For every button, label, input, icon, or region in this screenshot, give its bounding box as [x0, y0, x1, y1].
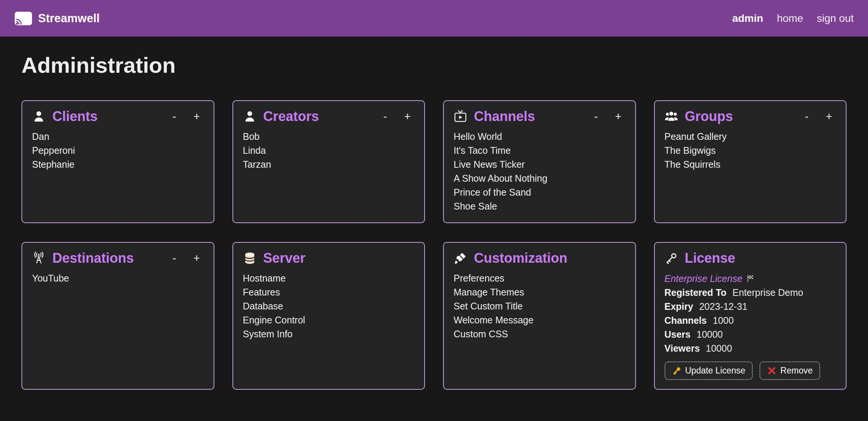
list-item[interactable]: Set Custom Title: [454, 299, 625, 313]
card-title: License: [685, 250, 735, 266]
card-clients: Clients - + DanPepperoniStephanie: [21, 100, 214, 223]
list-item[interactable]: A Show About Nothing: [454, 171, 625, 185]
add-groups-button[interactable]: +: [822, 110, 836, 123]
creators-controls: - +: [379, 110, 414, 123]
card-title: Customization: [474, 250, 567, 266]
list-item[interactable]: Linda: [243, 144, 415, 158]
remove-clients-button[interactable]: -: [169, 110, 180, 123]
list-item[interactable]: Bob: [243, 130, 415, 144]
remove-destinations-button[interactable]: -: [169, 252, 180, 265]
top-bar: Streamwell admin home sign out: [0, 0, 868, 37]
groups-list: Peanut GalleryThe BigwigsThe Squirrels: [665, 130, 836, 171]
list-item[interactable]: Live News Ticker: [454, 158, 625, 171]
card-customization: Customization PreferencesManage ThemesSe…: [443, 242, 636, 390]
clients-list: DanPepperoniStephanie: [32, 130, 204, 171]
list-item[interactable]: Custom CSS: [454, 327, 625, 341]
list-item[interactable]: System Info: [243, 327, 415, 341]
gold-key-icon: [672, 366, 682, 375]
page-title: Administration: [21, 52, 847, 78]
admin-page: Administration Clients - + DanPepperoniS…: [0, 52, 868, 390]
destinations-controls: - +: [169, 252, 204, 265]
card-title: Groups: [685, 109, 733, 124]
add-destinations-button[interactable]: +: [190, 252, 204, 265]
list-item[interactable]: The Squirrels: [665, 158, 836, 171]
list-item[interactable]: It's Taco Time: [454, 144, 625, 158]
top-nav: admin home sign out: [732, 12, 854, 24]
list-item[interactable]: Hostname: [243, 271, 415, 285]
cast-screen-icon: [14, 11, 32, 26]
destinations-list: YouTube: [32, 271, 204, 285]
card-destinations: Destinations - + YouTube: [21, 242, 214, 390]
add-clients-button[interactable]: +: [190, 110, 204, 123]
list-item[interactable]: Dan: [32, 130, 204, 144]
list-item[interactable]: YouTube: [32, 271, 204, 285]
list-item[interactable]: Tarzan: [243, 158, 415, 171]
update-license-button[interactable]: Update License: [665, 361, 753, 380]
remove-groups-button[interactable]: -: [801, 110, 812, 123]
card-license: License Enterprise License Regis: [654, 242, 847, 390]
paintbrush-icon: [454, 251, 467, 265]
card-grid: Clients - + DanPepperoniStephanie Creato…: [21, 100, 847, 390]
key-icon: [665, 251, 678, 265]
list-item[interactable]: The Bigwigs: [665, 144, 836, 158]
broadcast-tower-icon: [32, 251, 46, 265]
card-server: Server HostnameFeaturesDatabaseEngine Co…: [232, 242, 425, 390]
server-list: HostnameFeaturesDatabaseEngine ControlSy…: [243, 271, 415, 341]
license-expiry: Expiry2023-12-31: [665, 300, 836, 314]
channels-list: Hello WorldIt's Taco TimeLive News Ticke…: [454, 130, 625, 213]
person-icon: [32, 110, 46, 123]
list-item[interactable]: Pepperoni: [32, 144, 204, 158]
list-item[interactable]: Peanut Gallery: [665, 130, 836, 144]
license-type: Enterprise License: [665, 271, 836, 286]
license-channels: Channels1000: [665, 314, 836, 328]
brand-link[interactable]: Streamwell: [14, 11, 100, 26]
card-title: Channels: [474, 109, 535, 124]
tv-icon: [454, 110, 467, 123]
list-item[interactable]: Shoe Sale: [454, 199, 625, 213]
license-registered-to: Registered ToEnterprise Demo: [665, 286, 836, 300]
list-item[interactable]: Engine Control: [243, 313, 415, 327]
list-item[interactable]: Manage Themes: [454, 285, 625, 299]
license-viewers: Viewers10000: [665, 341, 836, 355]
creators-list: BobLindaTarzan: [243, 130, 415, 171]
customization-list: PreferencesManage ThemesSet Custom Title…: [454, 271, 625, 341]
remove-license-button[interactable]: Remove: [760, 361, 820, 380]
card-title: Destinations: [52, 250, 134, 266]
list-item[interactable]: Database: [243, 299, 415, 313]
list-item[interactable]: Features: [243, 285, 415, 299]
list-item[interactable]: Welcome Message: [454, 313, 625, 327]
license-buttons: Update License Remove: [665, 361, 836, 380]
people-group-icon: [665, 110, 678, 123]
remove-channels-button[interactable]: -: [590, 110, 602, 123]
list-item[interactable]: Preferences: [454, 271, 625, 285]
brand-label: Streamwell: [38, 12, 100, 25]
red-x-icon: [767, 366, 776, 375]
card-title: Server: [263, 250, 306, 266]
add-creators-button[interactable]: +: [400, 110, 414, 123]
nav-home[interactable]: home: [777, 12, 803, 24]
nav-admin[interactable]: admin: [732, 12, 763, 24]
card-title: Creators: [263, 109, 319, 124]
card-groups: Groups - + Peanut GalleryThe BigwigsThe …: [654, 100, 847, 223]
list-item[interactable]: Hello World: [454, 130, 625, 144]
card-title: Clients: [52, 109, 98, 124]
license-users: Users10000: [665, 328, 836, 341]
checkered-flag-icon: [746, 274, 755, 283]
groups-controls: - +: [801, 110, 836, 123]
remove-creators-button[interactable]: -: [379, 110, 391, 123]
list-item[interactable]: Stephanie: [32, 158, 204, 171]
channels-controls: - +: [590, 110, 625, 123]
add-channels-button[interactable]: +: [611, 110, 625, 123]
list-item[interactable]: Prince of the Sand: [454, 185, 625, 199]
database-icon: [243, 251, 257, 265]
card-channels: Channels - + Hello WorldIt's Taco TimeLi…: [443, 100, 636, 223]
card-creators: Creators - + BobLindaTarzan: [232, 100, 425, 223]
clients-controls: - +: [169, 110, 204, 123]
nav-sign-out[interactable]: sign out: [817, 12, 854, 24]
person-icon: [243, 110, 257, 123]
